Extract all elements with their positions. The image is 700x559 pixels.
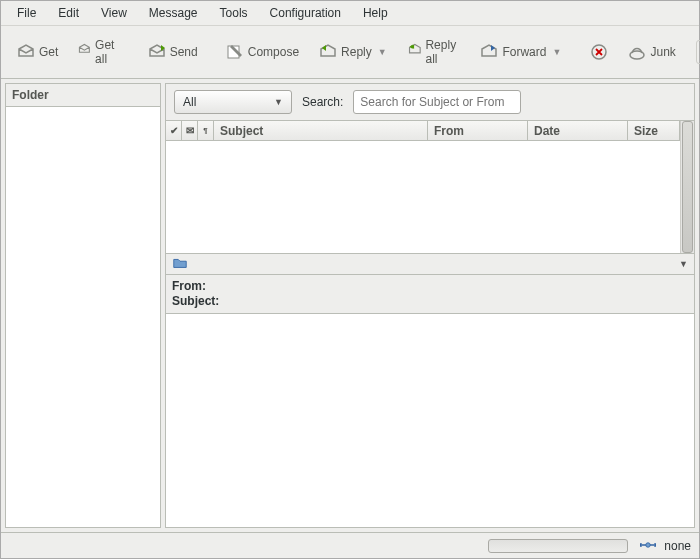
- get-all-label: Get all: [95, 38, 120, 66]
- filter-bar: All ▼ Search:: [166, 84, 694, 121]
- compose-icon: [226, 43, 244, 61]
- preview-header: From: Subject:: [166, 275, 694, 314]
- chevron-down-icon: ▼: [274, 97, 283, 107]
- delete-button[interactable]: [582, 37, 616, 67]
- inbox-all-icon: [78, 43, 91, 61]
- column-headers: ✔ ✉ ¶ Subject From Date Size: [166, 121, 680, 141]
- search-label: Search:: [302, 95, 343, 109]
- chevron-down-icon: ▼: [552, 47, 562, 57]
- connection-label: none: [664, 539, 691, 553]
- menubar: File Edit View Message Tools Configurati…: [1, 1, 699, 26]
- forward-icon: [480, 43, 498, 61]
- message-pane: All ▼ Search: ✔ ✉ ¶ Subject From Date: [165, 83, 695, 528]
- network-icon: [640, 537, 658, 555]
- status-bar: none: [1, 532, 699, 558]
- reply-all-icon: [408, 43, 422, 61]
- folder-path-bar[interactable]: ▼: [166, 253, 694, 275]
- scrollbar[interactable]: [680, 121, 694, 253]
- send-button[interactable]: Send: [140, 37, 206, 67]
- reply-icon: [319, 43, 337, 61]
- compose-button[interactable]: Compose: [218, 37, 307, 67]
- junk-label: Junk: [650, 45, 675, 59]
- col-date[interactable]: Date: [528, 121, 628, 140]
- reply-button[interactable]: Reply ▼: [311, 37, 396, 67]
- col-check[interactable]: ✔: [166, 121, 182, 140]
- menu-tools[interactable]: Tools: [210, 3, 258, 23]
- main-area: Folder All ▼ Search: ✔ ✉ ¶: [1, 79, 699, 532]
- get-button[interactable]: Get: [9, 37, 66, 67]
- filter-selected: All: [183, 95, 196, 109]
- get-label: Get: [39, 45, 58, 59]
- toolbar: Get Get all Send Compose Reply: [1, 26, 699, 79]
- message-rows[interactable]: [166, 141, 680, 253]
- junk-button[interactable]: Junk: [620, 37, 683, 67]
- folder-header: Folder: [6, 84, 160, 107]
- col-attach[interactable]: ¶: [198, 121, 214, 140]
- delete-icon: [590, 43, 608, 61]
- col-from[interactable]: From: [428, 121, 528, 140]
- forward-button[interactable]: Forward ▼: [472, 37, 570, 67]
- svg-rect-5: [655, 543, 657, 547]
- menu-file[interactable]: File: [7, 3, 46, 23]
- menu-edit[interactable]: Edit: [48, 3, 89, 23]
- menu-help[interactable]: Help: [353, 3, 398, 23]
- toolbar-menu-button[interactable]: ▼: [696, 40, 700, 64]
- send-label: Send: [170, 45, 198, 59]
- junk-icon: [628, 43, 646, 61]
- send-icon: [148, 43, 166, 61]
- reply-all-label: Reply all: [425, 38, 460, 66]
- reply-all-button[interactable]: Reply all: [400, 32, 469, 72]
- chevron-down-icon: ▼: [679, 259, 688, 269]
- col-size[interactable]: Size: [628, 121, 680, 140]
- connection-status[interactable]: none: [640, 537, 691, 555]
- folder-pane: Folder: [5, 83, 161, 528]
- menu-configuration[interactable]: Configuration: [260, 3, 351, 23]
- menu-message[interactable]: Message: [139, 3, 208, 23]
- forward-label: Forward: [502, 45, 546, 59]
- svg-rect-4: [640, 543, 642, 547]
- filter-dropdown[interactable]: All ▼: [174, 90, 292, 114]
- chevron-down-icon: ▼: [378, 47, 388, 57]
- preview-from: From:: [172, 279, 688, 294]
- get-all-button[interactable]: Get all: [70, 32, 127, 72]
- folder-tree[interactable]: [6, 107, 160, 527]
- inbox-icon: [17, 43, 35, 61]
- reply-label: Reply: [341, 45, 372, 59]
- svg-point-3: [646, 542, 650, 546]
- folder-icon: [172, 255, 190, 273]
- compose-label: Compose: [248, 45, 299, 59]
- preview-body[interactable]: [166, 314, 694, 527]
- col-subject[interactable]: Subject: [214, 121, 428, 140]
- preview-subject: Subject:: [172, 294, 688, 309]
- message-list: ✔ ✉ ¶ Subject From Date Size: [166, 121, 694, 253]
- search-input[interactable]: [353, 90, 521, 114]
- menu-view[interactable]: View: [91, 3, 137, 23]
- progress-bar: [488, 539, 628, 553]
- col-status[interactable]: ✉: [182, 121, 198, 140]
